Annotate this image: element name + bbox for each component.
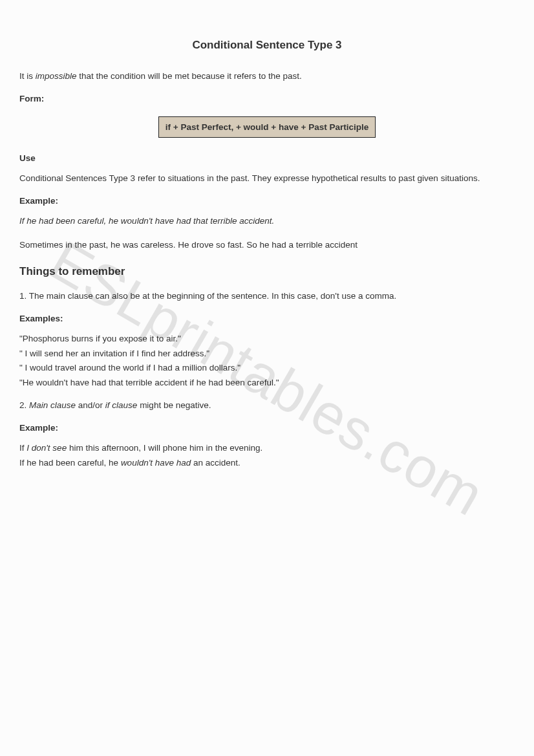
point2-mid: and/or (76, 400, 105, 410)
intro-post: that the condition will be met because i… (77, 71, 302, 81)
example2-line-2: If he had been careful, he wouldn't have… (19, 457, 515, 470)
form-box: if + Past Perfect, + would + have + Past… (158, 116, 376, 138)
example-explanation: Sometimes in the past, he was careless. … (19, 239, 515, 252)
page-title: Conditional Sentence Type 3 (19, 39, 515, 52)
intro-paragraph: It is impossible that the condition will… (19, 70, 515, 83)
example-line: " I would travel around the world if I h… (19, 362, 515, 375)
use-paragraph: Conditional Sentences Type 3 refer to si… (19, 172, 515, 186)
ex2l2-em: wouldn't have had (121, 458, 191, 468)
ex2l1-pre: If (19, 443, 27, 453)
example-line: "He wouldn't have had that terrible acci… (19, 376, 515, 390)
form-label-text: Form (19, 94, 41, 103)
point-1: 1. The main clause can also be at the be… (19, 290, 515, 303)
ex2l1-post: him this afternoon, I will phone him in … (67, 443, 262, 453)
use-label: Use (19, 153, 515, 163)
point2-em1: Main clause (29, 400, 76, 410)
intro-emphasis: impossible (36, 71, 77, 81)
form-box-container: if + Past Perfect, + would + have + Past… (19, 116, 515, 138)
point2-pre: 2. (19, 400, 29, 410)
point-2: 2. Main clause and/or if clause might be… (19, 399, 515, 413)
form-label: Form: (19, 94, 515, 103)
examples-label: Examples: (19, 314, 515, 323)
ex2l1-em: I don't see (27, 443, 67, 453)
intro-pre: It is (19, 71, 36, 81)
example-label: Example: (19, 196, 515, 206)
example-line: " I will send her an invitation if I fin… (19, 347, 515, 361)
example2-block: If I don't see him this afternoon, I wil… (19, 442, 515, 470)
colon: : (41, 94, 45, 103)
ex2l2-post: an accident. (191, 458, 240, 468)
example2-line-1: If I don't see him this afternoon, I wil… (19, 442, 515, 455)
example2-label: Example: (19, 423, 515, 433)
ex2l2-pre: If he had been careful, he (19, 458, 121, 468)
point2-post: might be negative. (137, 400, 211, 410)
point2-em2: if clause (105, 400, 138, 410)
example-sentence: If he had been careful, he wouldn't have… (19, 215, 515, 228)
document-page: ESLprintables.com Conditional Sentence T… (0, 0, 534, 756)
remember-heading: Things to remember (19, 265, 515, 278)
examples-block: "Phosphorus burns if you expose it to ai… (19, 332, 515, 391)
example-line: "Phosphorus burns if you expose it to ai… (19, 332, 515, 346)
